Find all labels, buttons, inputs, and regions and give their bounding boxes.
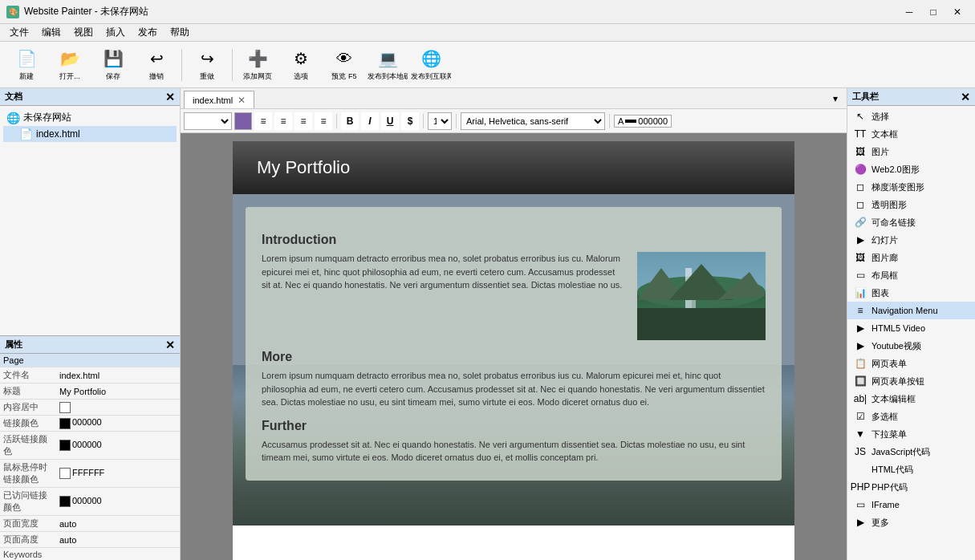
color-swatch-content xyxy=(59,402,71,413)
font-family-select[interactable]: Arial, Helvetica, sans-serif xyxy=(461,112,605,130)
tool-transparent[interactable]: ◻ 透明图形 xyxy=(847,196,975,213)
tool-iframe[interactable]: ▭ IFrame xyxy=(847,496,975,513)
tree-site-root[interactable]: 🌐 未保存网站 xyxy=(3,109,177,126)
tool-youtube[interactable]: ▶ Youtube视频 xyxy=(847,337,975,355)
document-panel-header: 文档 ✕ xyxy=(0,88,180,106)
menu-item-视图[interactable]: 视图 xyxy=(67,24,100,41)
props-value[interactable]: FFFFFF xyxy=(56,460,180,488)
font-color-button[interactable]: A 000000 xyxy=(614,115,672,128)
props-key: 内容居中 xyxy=(0,400,56,416)
maximize-button[interactable]: □ xyxy=(922,3,945,21)
properties-panel-close[interactable]: ✕ xyxy=(165,339,175,351)
toolbar-btn-save[interactable]: 💾 保存 xyxy=(93,45,133,85)
toolbar-btn-redo[interactable]: ↪ 重做 xyxy=(187,45,227,85)
align-center-button[interactable]: ≡ xyxy=(274,112,292,130)
style-select[interactable] xyxy=(184,112,232,130)
props-value[interactable]: 000000 xyxy=(56,416,180,432)
bold-button[interactable]: B xyxy=(341,112,359,130)
tool-slideshow[interactable]: ▶ 幻灯片 xyxy=(847,231,975,249)
tool-label-form: 网页表单 xyxy=(871,358,907,370)
tool-dropdown[interactable]: ▼ 下拉菜单 xyxy=(847,425,975,443)
tool-textinput[interactable]: ab| 文本编辑框 xyxy=(847,390,975,408)
canvas-wrapper[interactable]: My Portfolio Introduction Lorem ipsum nu… xyxy=(181,133,847,560)
tool-label-chart: 图表 xyxy=(871,287,889,299)
tool-icon-gallery: 🖼 xyxy=(854,251,867,264)
italic-button[interactable]: I xyxy=(361,112,379,130)
props-value[interactable] xyxy=(56,400,180,416)
toolbar-icon-publish_web: 🌐 xyxy=(420,47,442,70)
toolbar-btn-publish_local[interactable]: 💻 发布到本地硬盘Ctrl + F5 xyxy=(368,45,408,85)
tree-index-html[interactable]: 📄 index.html xyxy=(3,126,177,142)
tool-layoutbox[interactable]: ▭ 布局框 xyxy=(847,266,975,284)
props-value[interactable]: auto xyxy=(56,532,180,548)
tab-dropdown-arrow[interactable]: ▾ xyxy=(827,91,843,107)
toolbar-btn-preview[interactable]: 👁 预览 F5 xyxy=(324,45,364,85)
toolbar-icon-publish_local: 💻 xyxy=(376,47,399,70)
tool-navmenu[interactable]: ≡ Navigation Menu xyxy=(847,302,975,319)
separator-4 xyxy=(609,114,610,128)
toolbar-btn-undo[interactable]: ↩ 撤销 xyxy=(136,45,177,85)
toolbar-btn-new[interactable]: 📄 新建 xyxy=(6,45,47,85)
font-size-select[interactable]: 12 xyxy=(428,112,452,130)
site-icon: 🌐 xyxy=(6,112,20,124)
toolbar-label-undo: 撤销 xyxy=(149,71,164,82)
portfolio-header[interactable]: My Portfolio xyxy=(233,141,794,194)
toolbar-btn-options[interactable]: ⚙ 选项 xyxy=(281,45,321,85)
toolbar-btn-open[interactable]: 📂 打开... xyxy=(50,45,90,85)
props-value[interactable]: My Portfolio xyxy=(56,383,180,400)
props-value[interactable]: 000000 xyxy=(56,488,180,516)
properties-scroll[interactable]: Page 文件名 index.html 标题 My Portfolio 内容居中… xyxy=(0,354,180,560)
props-col-header: Page xyxy=(0,354,180,367)
underline-button[interactable]: U xyxy=(381,112,399,130)
toolbar-icon-addpage: ➕ xyxy=(246,47,269,70)
dollar-button[interactable]: $ xyxy=(401,112,419,130)
tool-php[interactable]: PHP PHP代码 xyxy=(847,478,975,496)
tool-select[interactable]: ↖ 选择 xyxy=(847,108,975,125)
file-label: index.html xyxy=(36,128,80,140)
tool-more[interactable]: ▶ 更多 xyxy=(847,513,975,531)
close-button[interactable]: ✕ xyxy=(946,3,969,21)
tool-icon-iframe: ▭ xyxy=(854,498,867,511)
tool-namedlink[interactable]: 🔗 可命名链接 xyxy=(847,213,975,231)
toolbar-btn-addpage[interactable]: ➕ 添加网页 xyxy=(238,45,278,85)
tool-chart[interactable]: 📊 图表 xyxy=(847,284,975,302)
tool-checkbox[interactable]: ☑ 多选框 xyxy=(847,408,975,425)
tool-html5video[interactable]: ▶ HTML5 Video xyxy=(847,319,975,337)
props-value[interactable] xyxy=(56,548,180,561)
color-picker-button[interactable] xyxy=(234,112,252,130)
tab-index-html[interactable]: index.html ✕ xyxy=(184,91,254,108)
tool-image[interactable]: 🖼 图片 xyxy=(847,143,975,160)
tool-label-image: 图片 xyxy=(871,146,889,158)
align-left-button[interactable]: ≡ xyxy=(254,112,272,130)
align-justify-button[interactable]: ≡ xyxy=(315,112,332,130)
props-value[interactable]: 000000 xyxy=(56,432,180,460)
tool-form[interactable]: 📋 网页表单 xyxy=(847,355,975,372)
more-title: More xyxy=(262,350,766,364)
toolbar-icon-save: 💾 xyxy=(102,47,124,70)
properties-panel-header: 属性 ✕ xyxy=(0,336,180,354)
props-value[interactable]: auto xyxy=(56,516,180,532)
menu-item-发布[interactable]: 发布 xyxy=(132,24,164,41)
window-controls: ─ □ ✕ xyxy=(898,3,969,21)
props-key: 页面高度 xyxy=(0,532,56,548)
tab-close-icon[interactable]: ✕ xyxy=(238,95,246,106)
tool-formbutton[interactable]: 🔲 网页表单按钮 xyxy=(847,372,975,390)
props-value[interactable]: index.html xyxy=(56,367,180,383)
tool-gallery[interactable]: 🖼 图片廊 xyxy=(847,249,975,266)
menu-item-编辑[interactable]: 编辑 xyxy=(35,24,67,41)
tool-textbox[interactable]: TT 文本框 xyxy=(847,125,975,143)
tool-web2shape[interactable]: 🟣 Web2.0图形 xyxy=(847,160,975,178)
toolbar-btn-publish_web[interactable]: 🌐 发布到互联网 xyxy=(411,45,451,85)
tool-label-more: 更多 xyxy=(871,517,889,529)
minimize-button[interactable]: ─ xyxy=(898,3,920,21)
menu-item-帮助[interactable]: 帮助 xyxy=(164,24,196,41)
tool-gradient[interactable]: ◻ 梯度渐变图形 xyxy=(847,178,975,196)
tool-icon-textbox: TT xyxy=(854,128,867,140)
menu-item-文件[interactable]: 文件 xyxy=(3,24,35,41)
tool-javascript[interactable]: JS JavaScript代码 xyxy=(847,443,975,461)
right-panel-close[interactable]: ✕ xyxy=(961,91,970,103)
align-right-button[interactable]: ≡ xyxy=(295,112,312,130)
menu-item-插入[interactable]: 插入 xyxy=(100,24,132,41)
tool-html[interactable]: HTML代码 xyxy=(847,461,975,478)
document-panel-close[interactable]: ✕ xyxy=(165,91,175,103)
